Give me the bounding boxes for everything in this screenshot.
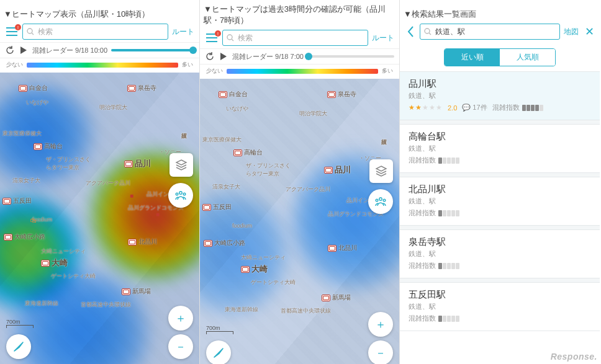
station-osakihirokoji[interactable]: 大崎広小路 (204, 239, 245, 247)
zoom-in-button[interactable]: ＋ (368, 312, 393, 337)
station-osaki[interactable]: 大崎 (241, 264, 268, 275)
radar-controls: 混雑レーダー 9/18 7:00 (200, 48, 399, 64)
play-icon[interactable] (19, 45, 29, 55)
station-shinagawa[interactable]: 品川 (324, 164, 351, 175)
caption: ▼検索結果一覧画面 (400, 0, 600, 21)
result-category: 鉄道、駅 (409, 91, 591, 100)
result-category: 鉄道、駅 (409, 249, 591, 259)
poi-tokaido: 東海道新幹線 (225, 306, 258, 314)
legend-max: 多い (382, 67, 393, 75)
reviews-count: 💬 17件 (462, 103, 487, 112)
zoom-out-button[interactable]: － (368, 340, 393, 364)
legend-gradient (227, 69, 378, 74)
station-osaki[interactable]: 大崎 (41, 257, 68, 269)
time-slider[interactable] (111, 49, 194, 51)
svg-line-11 (429, 33, 431, 35)
back-button[interactable] (404, 25, 417, 38)
slider-knob[interactable] (305, 53, 312, 60)
result-card[interactable]: 高輪台駅鉄道、駅混雑指数 (400, 124, 600, 173)
reload-icon[interactable] (205, 51, 215, 61)
station-icon (4, 234, 12, 241)
scale-bar: 700m (6, 319, 34, 328)
poi-tokaido: 東海道新幹線 (25, 300, 58, 308)
svg-point-2 (179, 192, 182, 194)
result-meta: 混雑指数 (409, 208, 591, 218)
time-slider[interactable] (307, 55, 394, 58)
poi-gatecity: ゲートシティ大崎 (251, 278, 296, 286)
search-value: 鉄道、駅 (435, 27, 465, 37)
play-icon[interactable] (219, 51, 228, 61)
search-input[interactable]: 鉄道、駅 (420, 24, 560, 40)
station-kitashinagawa[interactable]: 北品川 (128, 237, 157, 246)
poi-foodium: foodium (232, 223, 252, 229)
route-button[interactable]: ルート (171, 24, 196, 40)
shop-icon: 🛍 (30, 216, 37, 224)
station-shimbamba[interactable]: 新馬場 (322, 293, 351, 302)
congestion-button[interactable] (368, 189, 393, 214)
station-gotanda[interactable]: 五反田 (2, 197, 32, 205)
result-meta: 混雑指数 (409, 314, 591, 323)
menu-button[interactable]: ! (204, 30, 220, 46)
map[interactable]: 白金台 泉岳寺 高輪台 品川 五反田 大崎広小路 大崎 北品川 新馬場 いなげや… (0, 73, 199, 364)
station-gotanda[interactable]: 五反田 (202, 203, 232, 211)
congestion-bars-icon (438, 263, 459, 269)
search-input[interactable]: 検索 (22, 24, 168, 40)
search-icon (27, 28, 34, 35)
close-button[interactable]: ✕ (582, 25, 596, 38)
svg-point-4 (183, 193, 186, 195)
result-title: 品川駅 (409, 78, 591, 90)
station-osakihirokoji[interactable]: 大崎広小路 (4, 233, 45, 241)
caption: ▼ヒートマップ表示（品川駅・10時頃） (0, 0, 199, 21)
map[interactable]: 白金台 泉岳寺 高輪台 品川 五反田 大崎広小路 大崎 北品川 新馬場 いなげや… (200, 79, 399, 364)
station-shimbamba[interactable]: 新馬場 (122, 287, 151, 296)
reload-icon[interactable] (5, 45, 15, 55)
station-shinagawa[interactable]: 品川 (124, 158, 151, 169)
poi-osakinew: 大崎ニューシティ (41, 247, 86, 255)
menu-button[interactable]: ! (4, 24, 20, 40)
tab-near[interactable]: 近い順 (445, 49, 500, 66)
zoom-in-button[interactable]: ＋ (168, 306, 193, 331)
slider-knob[interactable] (189, 47, 197, 54)
poi-gatecity: ゲートシティ大崎 (51, 272, 96, 280)
layers-button[interactable] (369, 159, 393, 183)
search-input[interactable]: 検索 (222, 30, 368, 46)
result-card[interactable]: 北品川駅鉄道、駅混雑指数 (400, 177, 600, 226)
pin-icon: ■ (128, 192, 135, 199)
station-shirokanedai[interactable]: 白金台 (219, 90, 248, 99)
map-button[interactable]: 地図 (563, 24, 580, 40)
radar-label: 混雑レーダー 9/18 7:00 (232, 52, 304, 61)
search-placeholder: 検索 (238, 33, 253, 43)
locate-button[interactable] (6, 334, 31, 359)
zoom-out-button[interactable]: － (168, 334, 193, 359)
result-card[interactable]: 品川駅鉄道、駅★★★★★2.0💬 17件混雑指数 (400, 71, 600, 120)
congestion-bars-icon (438, 158, 459, 164)
poi-osakinew: 大崎ニューシティ (241, 254, 286, 262)
result-card[interactable]: 泉岳寺駅鉄道、駅混雑指数 (400, 229, 600, 278)
tab-popular[interactable]: 人気順 (500, 49, 555, 66)
poi-tokyoiryo: 東京医療保健大 (202, 136, 242, 144)
route-button[interactable]: ルート (371, 30, 395, 46)
result-title: 泉岳寺駅 (409, 236, 591, 248)
station-takanawadai[interactable]: 高輪台 (34, 142, 63, 151)
alert-badge-icon: ! (215, 30, 221, 37)
station-takanawadai[interactable]: 高輪台 (233, 148, 263, 157)
station-icon (202, 204, 211, 211)
legend-max: 多い (182, 61, 193, 69)
poi-meijigakuin: 明治学院大 (299, 110, 327, 118)
result-card[interactable]: 五反田駅鉄道、駅混雑指数 (400, 282, 600, 331)
locate-button[interactable] (206, 340, 231, 364)
station-kitashinagawa[interactable]: 北品川 (328, 244, 357, 252)
station-icon (122, 288, 130, 295)
station-shirokanedai[interactable]: 白金台 (19, 84, 48, 92)
station-icon (233, 149, 242, 156)
congestion-button[interactable] (168, 183, 193, 208)
station-sengakuji[interactable]: 泉岳寺 (327, 90, 356, 99)
topbar: ! 検索 ルート (200, 27, 399, 48)
congestion-bars-icon (522, 105, 543, 111)
legend-gradient (27, 63, 178, 68)
poi-shutoko: 首都高速中央環状線 (281, 307, 331, 315)
station-sengakuji[interactable]: 泉岳寺 (127, 84, 156, 92)
alert-badge-icon: ! (15, 24, 21, 30)
layers-button[interactable] (169, 153, 193, 177)
result-title: 北品川駅 (409, 184, 591, 195)
